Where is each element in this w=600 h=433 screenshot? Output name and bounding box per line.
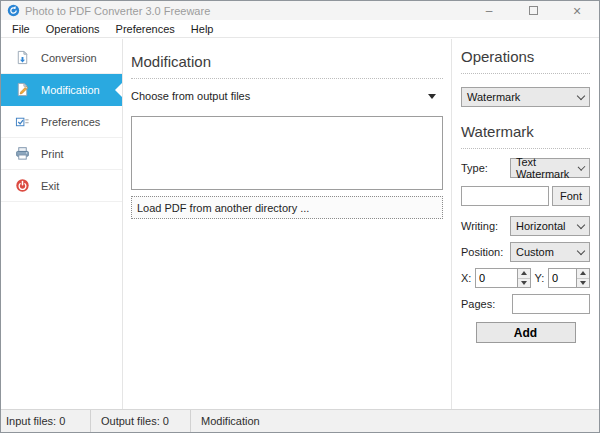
- chevron-down-icon: [577, 220, 585, 228]
- sidebar-item-print[interactable]: Print: [1, 138, 122, 170]
- sidebar-item-preferences[interactable]: Preferences: [1, 106, 122, 138]
- watermark-type-select[interactable]: Text Watermark: [510, 158, 590, 178]
- y-decrement-button[interactable]: [577, 279, 589, 288]
- sidebar-item-label: Print: [41, 148, 64, 160]
- chevron-down-icon: [428, 94, 436, 99]
- sidebar-item-label: Exit: [41, 180, 59, 192]
- menu-file[interactable]: File: [4, 20, 38, 37]
- operations-panel: Operations Watermark Watermark Type: Tex…: [451, 39, 599, 409]
- chevron-down-icon: [577, 246, 585, 254]
- status-input-files: Input files: 0: [1, 410, 91, 432]
- status-mode: Modification: [191, 410, 270, 432]
- pages-input[interactable]: [512, 294, 590, 314]
- sidebar-item-label: Conversion: [41, 52, 97, 64]
- document-convert-icon: [14, 50, 30, 66]
- writing-label: Writing:: [461, 220, 498, 232]
- operation-select[interactable]: Watermark: [461, 87, 590, 107]
- close-button[interactable]: ×: [555, 1, 599, 20]
- content-area: Conversion Modification: [1, 39, 599, 409]
- window-controls: – ×: [467, 1, 599, 20]
- menu-operations[interactable]: Operations: [38, 20, 108, 37]
- type-row: Type: Text Watermark: [461, 158, 590, 178]
- pages-label: Pages:: [461, 298, 495, 310]
- watermark-title: Watermark: [461, 123, 590, 140]
- add-button[interactable]: Add: [476, 322, 576, 343]
- maximize-icon: [529, 6, 538, 15]
- pdf-file-list[interactable]: [131, 116, 443, 190]
- arrow-down-icon: [580, 281, 586, 285]
- operation-select-value: Watermark: [467, 91, 520, 103]
- y-increment-button[interactable]: [577, 269, 589, 279]
- watermark-text-row: Font: [461, 186, 590, 206]
- document-edit-icon: [14, 82, 30, 98]
- arrow-up-icon: [580, 271, 586, 275]
- menu-bar: File Operations Preferences Help: [1, 20, 599, 38]
- x-decrement-button[interactable]: [518, 279, 530, 288]
- xy-row: X: Y:: [461, 268, 590, 288]
- x-increment-button[interactable]: [518, 269, 530, 279]
- printer-icon: [14, 146, 30, 162]
- writing-row: Writing: Horizontal: [461, 216, 590, 236]
- selected-item-notch: [115, 83, 122, 97]
- y-input[interactable]: [549, 269, 576, 287]
- watermark-type-value: Text Watermark: [516, 156, 579, 180]
- power-icon: [14, 178, 30, 194]
- sidebar: Conversion Modification: [1, 39, 123, 409]
- arrow-up-icon: [521, 271, 527, 275]
- sidebar-item-label: Preferences: [41, 116, 100, 128]
- output-files-dropdown[interactable]: Choose from output files: [131, 81, 443, 111]
- load-pdf-button[interactable]: Load PDF from another directory ...: [131, 196, 443, 219]
- maximize-button[interactable]: [511, 1, 555, 20]
- close-icon: ×: [573, 4, 581, 18]
- position-select[interactable]: Custom: [510, 242, 590, 262]
- writing-select[interactable]: Horizontal: [510, 216, 590, 236]
- position-select-value: Custom: [516, 246, 554, 258]
- x-input[interactable]: [476, 269, 517, 287]
- sidebar-item-exit[interactable]: Exit: [1, 170, 122, 202]
- y-stepper: [548, 268, 590, 288]
- font-button[interactable]: Font: [552, 186, 590, 206]
- y-stepper-buttons: [576, 269, 589, 287]
- y-label: Y:: [535, 272, 545, 284]
- type-label: Type:: [461, 162, 488, 174]
- x-stepper: [475, 268, 531, 288]
- watermark-text-input[interactable]: [461, 186, 549, 206]
- checklist-icon: [14, 114, 30, 130]
- pages-row: Pages:: [461, 294, 590, 314]
- arrow-down-icon: [521, 281, 527, 285]
- operations-title: Operations: [461, 48, 590, 65]
- position-label: Position:: [461, 246, 503, 258]
- page-title: Modification: [131, 53, 443, 70]
- window-title: Photo to PDF Converter 3.0 Freeware: [25, 5, 467, 17]
- minimize-icon: –: [486, 4, 493, 18]
- separator: [131, 78, 443, 79]
- chevron-down-icon: [577, 91, 585, 99]
- separator: [461, 148, 590, 149]
- menu-help[interactable]: Help: [183, 20, 222, 37]
- x-stepper-buttons: [517, 269, 530, 287]
- sidebar-item-label: Modification: [41, 84, 100, 96]
- app-window: Photo to PDF Converter 3.0 Freeware – × …: [0, 0, 600, 433]
- app-logo-icon: [7, 4, 20, 17]
- sidebar-item-conversion[interactable]: Conversion: [1, 42, 122, 74]
- separator: [461, 73, 590, 74]
- status-output-files: Output files: 0: [91, 410, 191, 432]
- status-bar: Input files: 0 Output files: 0 Modificat…: [1, 409, 599, 432]
- menu-preferences[interactable]: Preferences: [108, 20, 183, 37]
- x-label: X:: [461, 272, 471, 284]
- position-row: Position: Custom: [461, 242, 590, 262]
- minimize-button[interactable]: –: [467, 1, 511, 20]
- output-files-dropdown-value: Choose from output files: [131, 90, 250, 102]
- title-bar: Photo to PDF Converter 3.0 Freeware – ×: [1, 1, 599, 20]
- modification-panel: Modification Choose from output files Lo…: [123, 39, 451, 409]
- sidebar-item-modification[interactable]: Modification: [1, 74, 122, 106]
- writing-select-value: Horizontal: [516, 220, 566, 232]
